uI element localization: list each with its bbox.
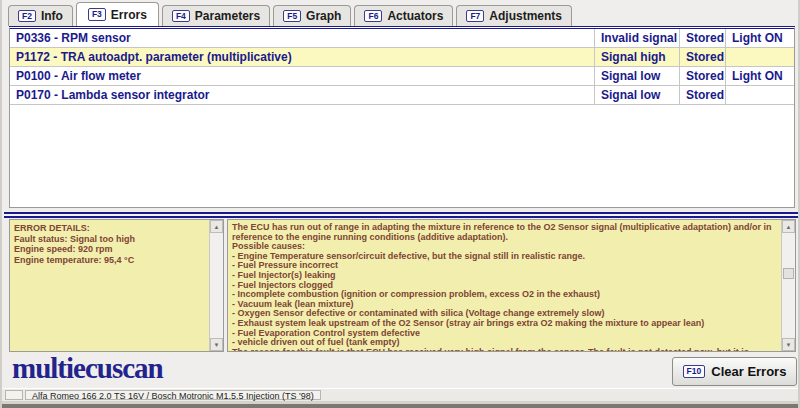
app-logo: multiecuscan	[12, 352, 163, 385]
error-light-cell	[725, 86, 794, 104]
clear-errors-button[interactable]: F10 Clear Errors	[672, 357, 797, 386]
multiecuscan-window: F2InfoF3ErrorsF4ParametersF5GraphF6Actua…	[0, 0, 800, 408]
error-details-panel: ERROR DETAILS: Fault status: Signal too …	[9, 219, 224, 352]
tab-label: Info	[41, 9, 63, 23]
tab-label: Parameters	[195, 9, 260, 23]
f4-key-badge: F4	[172, 10, 190, 23]
f6-key-badge: F6	[364, 10, 382, 23]
tab-info[interactable]: F2Info	[8, 5, 73, 26]
error-stored-cell: Stored	[679, 48, 725, 66]
f2-key-badge: F2	[18, 10, 36, 23]
error-status-cell: Signal low	[594, 86, 679, 104]
tab-actuators[interactable]: F6Actuators	[354, 5, 453, 26]
status-spacer-cell	[5, 390, 23, 400]
f10-key-badge: F10	[683, 365, 706, 378]
panel-splitter[interactable]	[4, 212, 799, 218]
error-desc-cell: P0100 - Air flow meter	[10, 67, 594, 85]
error-desc-cell: P0336 - RPM sensor	[10, 29, 594, 47]
tab-label: Graph	[306, 9, 341, 23]
error-description-scrollbar[interactable]: ▲ ▼	[781, 220, 795, 351]
error-details-text: ERROR DETAILS: Fault status: Signal too …	[10, 220, 209, 351]
f3-key-badge: F3	[88, 8, 106, 21]
error-stored-cell: Stored	[679, 29, 725, 47]
error-row-3[interactable]: P0100 - Air flow meterSignal lowStoredLi…	[10, 67, 794, 86]
error-stored-cell: Stored	[679, 67, 725, 85]
status-bar: Alfa Romeo 166 2.0 TS 16V / Bosch Motron…	[2, 388, 800, 401]
tab-adjustments[interactable]: F7Adjustments	[456, 5, 572, 26]
window-bottom-edge	[2, 401, 800, 408]
error-status-cell: Invalid signal	[594, 29, 679, 47]
error-light-cell: Light ON	[725, 67, 794, 85]
scroll-down-icon[interactable]: ▼	[210, 338, 223, 351]
f5-key-badge: F5	[283, 10, 301, 23]
scroll-down-icon[interactable]: ▼	[782, 338, 795, 351]
error-light-cell: Light ON	[725, 29, 794, 47]
tab-bar: F2InfoF3ErrorsF4ParametersF5GraphF6Actua…	[8, 2, 575, 26]
error-stored-cell: Stored	[679, 86, 725, 104]
error-table: P0336 - RPM sensorInvalid signalStoredLi…	[9, 26, 795, 208]
error-status-cell: Signal low	[594, 67, 679, 85]
f7-key-badge: F7	[466, 10, 484, 23]
tab-label: Errors	[111, 8, 147, 22]
error-row-2[interactable]: P1172 - TRA autoadpt. parameter (multipl…	[10, 48, 794, 67]
error-description-text: The ECU has run out of range in adapting…	[228, 220, 781, 351]
clear-errors-label: Clear Errors	[711, 364, 786, 379]
tab-label: Actuators	[387, 9, 443, 23]
scroll-up-icon[interactable]: ▲	[210, 220, 223, 233]
tab-parameters[interactable]: F4Parameters	[162, 5, 270, 26]
error-status-cell: Signal high	[594, 48, 679, 66]
scrollbar-thumb[interactable]	[783, 268, 794, 279]
error-description-panel: The ECU has run out of range in adapting…	[227, 219, 796, 352]
vehicle-status: Alfa Romeo 166 2.0 TS 16V / Bosch Motron…	[25, 390, 321, 400]
error-row-1[interactable]: P0336 - RPM sensorInvalid signalStoredLi…	[10, 29, 794, 48]
error-row-4[interactable]: P0170 - Lambda sensor integratorSignal l…	[10, 86, 794, 105]
tab-graph[interactable]: F5Graph	[273, 5, 351, 26]
tab-errors[interactable]: F3Errors	[76, 2, 159, 26]
scroll-up-icon[interactable]: ▲	[782, 220, 795, 233]
tab-label: Adjustments	[489, 9, 562, 23]
error-light-cell	[725, 48, 794, 66]
error-details-scrollbar[interactable]: ▲ ▼	[209, 220, 223, 351]
error-desc-cell: P1172 - TRA autoadpt. parameter (multipl…	[10, 48, 594, 66]
error-desc-cell: P0170 - Lambda sensor integrator	[10, 86, 594, 104]
